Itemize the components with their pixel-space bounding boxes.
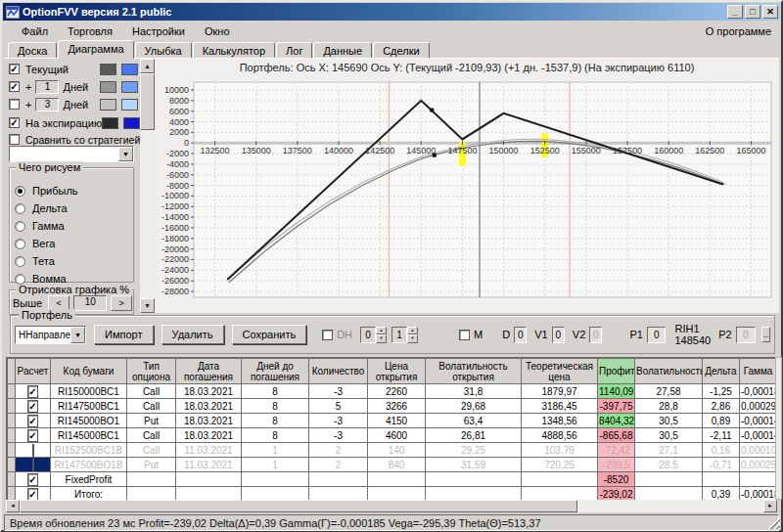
- tab-данные[interactable]: Данные: [313, 42, 372, 59]
- calc-cell[interactable]: [16, 384, 51, 399]
- draw-option-вомма[interactable]: Вомма: [15, 272, 67, 286]
- series-checkbox[interactable]: [9, 81, 20, 92]
- table-row[interactable]: RI152500BC1BCall11.03.20211214029,25103,…: [8, 443, 777, 458]
- calc-checkbox[interactable]: [27, 429, 37, 442]
- spinner-arrows-icon[interactable]: ▲▼: [407, 327, 418, 343]
- calc-checkbox[interactable]: [32, 444, 34, 457]
- draw-option-дельта[interactable]: Дельта: [15, 201, 68, 215]
- import-button[interactable]: Импорт: [94, 325, 153, 344]
- scroll-down-icon[interactable]: ▼: [140, 298, 155, 313]
- radio-icon[interactable]: [15, 221, 25, 232]
- calc-checkbox[interactable]: [27, 400, 37, 413]
- draw-option-гамма[interactable]: Гамма: [15, 219, 65, 233]
- radio-icon[interactable]: [15, 239, 25, 249]
- calc-cell[interactable]: [16, 443, 51, 458]
- column-header[interactable]: Типопциона: [127, 359, 176, 384]
- menu-item-окно[interactable]: Окно: [195, 23, 240, 39]
- tab-доска[interactable]: Доска: [8, 42, 57, 59]
- radio-icon[interactable]: [15, 274, 25, 285]
- table-row[interactable]: RI147500BC1Call18.03.202185326629,683186…: [8, 399, 777, 414]
- menu-item-торговля[interactable]: Торговля: [58, 23, 122, 39]
- column-header[interactable]: Ценаоткрытия: [368, 359, 426, 384]
- calc-checkbox[interactable]: [27, 473, 37, 486]
- draw-option-вега[interactable]: Вега: [15, 237, 55, 250]
- resize-grip[interactable]: [768, 517, 780, 529]
- table-horizontal-scrollbar[interactable]: ◄ ►: [6, 500, 777, 512]
- column-header[interactable]: Количество: [309, 359, 368, 384]
- dh-spinner-2[interactable]: 1 ▲▼: [392, 327, 418, 343]
- column-header[interactable]: Волатильностьоткрытия: [426, 359, 522, 384]
- series-color-swatch[interactable]: [100, 99, 116, 111]
- scroll-up-icon[interactable]: ▲: [140, 59, 155, 73]
- tab-диаграмма[interactable]: Диаграмма: [58, 40, 133, 59]
- strategy-combobox[interactable]: ▼: [9, 146, 134, 162]
- save-button[interactable]: Сохранить: [232, 325, 307, 344]
- calc-checkbox[interactable]: [27, 385, 37, 398]
- dh-spinner-2-value[interactable]: 1: [392, 327, 407, 343]
- column-header[interactable]: Дельта: [703, 359, 740, 384]
- maximize-button[interactable]: □: [745, 5, 760, 19]
- calc-checkbox[interactable]: [27, 488, 37, 501]
- series-color-swatch[interactable]: [121, 64, 138, 75]
- calc-cell[interactable]: [16, 414, 51, 428]
- series-color-swatch[interactable]: [123, 117, 140, 129]
- column-header[interactable]: Гамма: [740, 359, 777, 384]
- radio-icon[interactable]: [15, 203, 25, 214]
- increase-button[interactable]: >: [111, 295, 132, 311]
- minimize-button[interactable]: _: [727, 5, 743, 19]
- dh-spinner-1[interactable]: 0 ▲▼: [360, 327, 387, 343]
- tab-сделки[interactable]: Сделки: [373, 42, 430, 59]
- table-row[interactable]: FixedProfit-8520: [8, 472, 777, 487]
- draw-option-прибыль[interactable]: Прибыль: [15, 184, 78, 198]
- close-button[interactable]: ✕: [762, 5, 778, 19]
- column-header[interactable]: Профит: [598, 359, 635, 384]
- tab-калькулятор[interactable]: Калькулятор: [193, 42, 275, 59]
- menu-item-файл[interactable]: Файл: [12, 23, 58, 39]
- delete-button[interactable]: Удалить: [161, 325, 224, 344]
- series-color-swatch[interactable]: [121, 81, 138, 93]
- tab-лог[interactable]: Лог: [276, 42, 312, 59]
- calc-checkbox[interactable]: [27, 415, 37, 427]
- direction-combobox[interactable]: ННаправле ▼: [15, 326, 86, 344]
- panel-minimize-button[interactable]: _: [761, 327, 770, 342]
- table-row[interactable]: RI150000BC1Call18.03.20218-3226031,81879…: [8, 384, 777, 399]
- hscrollbar-thumb[interactable]: [20, 500, 577, 512]
- scroll-left-icon[interactable]: ◄: [6, 500, 20, 512]
- compare-checkbox[interactable]: [9, 134, 20, 145]
- days-field[interactable]: 1: [35, 80, 59, 94]
- table-vertical-scrollbar[interactable]: [775, 357, 782, 500]
- column-header[interactable]: Дней допогашения: [242, 359, 309, 384]
- radio-icon[interactable]: [15, 186, 25, 197]
- chevron-down-icon[interactable]: ▼: [118, 147, 133, 161]
- m-checkbox[interactable]: [459, 330, 470, 340]
- table-row[interactable]: RI147500BO1BPut11.03.20211284031,59720,2…: [8, 458, 777, 472]
- draw-option-тета[interactable]: Тета: [15, 254, 55, 268]
- column-header[interactable]: Код бумаги: [51, 359, 127, 384]
- scroll-right-icon[interactable]: ►: [763, 500, 777, 512]
- calc-cell[interactable]: [16, 428, 51, 443]
- scrollbar-thumb[interactable]: [140, 73, 155, 130]
- column-header[interactable]: Волатильность: [635, 359, 703, 384]
- profit-chart[interactable]: 1000080006000400020000-2000-4000-6000-80…: [155, 74, 783, 313]
- render-percent-value[interactable]: 10: [73, 295, 107, 311]
- v1-field[interactable]: 0: [552, 327, 565, 343]
- spinner-arrows-icon[interactable]: ▲▼: [376, 327, 387, 343]
- calc-cell[interactable]: [16, 458, 51, 472]
- dh-spinner-1-value[interactable]: 0: [360, 327, 376, 343]
- table-row[interactable]: RI145000BC1Call18.03.20218-3460026,81488…: [8, 428, 777, 443]
- series-checkbox[interactable]: [9, 117, 20, 128]
- days-field[interactable]: 3: [35, 98, 59, 111]
- left-panel-scrollbar[interactable]: ▲ ▼: [140, 59, 155, 313]
- series-color-swatch[interactable]: [100, 81, 116, 93]
- d-field[interactable]: 0: [514, 327, 527, 343]
- column-header[interactable]: Теоретическаяцена: [522, 359, 598, 384]
- table-row[interactable]: RI145000BO1Put18.03.20218-3415063,41348,…: [8, 414, 777, 428]
- chevron-down-icon[interactable]: ▼: [70, 327, 85, 343]
- column-header[interactable]: Расчет: [16, 359, 51, 384]
- column-header[interactable]: Датапогашения: [176, 359, 242, 384]
- series-color-swatch[interactable]: [100, 64, 116, 75]
- menu-item-about[interactable]: О программе: [698, 23, 779, 39]
- series-checkbox[interactable]: [9, 64, 20, 74]
- series-color-swatch[interactable]: [121, 99, 138, 111]
- radio-icon[interactable]: [15, 256, 25, 267]
